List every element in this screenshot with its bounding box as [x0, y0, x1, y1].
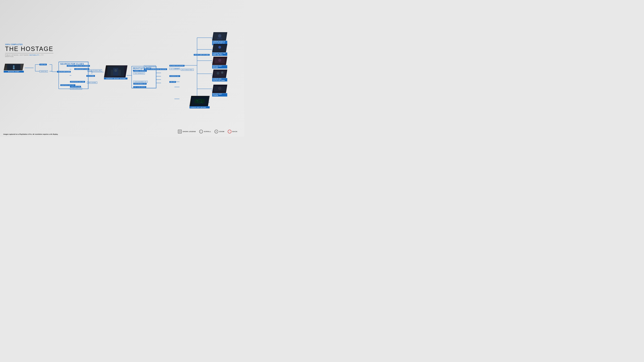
square-button-icon[interactable] — [178, 130, 182, 133]
connor-shot-deviant-label: CONNOR SHOT DEVIANT — [190, 106, 210, 108]
public-opinion-label: PUBLIC OPINION — [5, 54, 18, 56]
back-control[interactable]: ○ BACK — [228, 130, 238, 133]
r-button-icon[interactable]: R — [214, 130, 218, 133]
learn-cause-node[interactable]: LEARN CAUSE OF INCIDENT — [74, 65, 90, 67]
leave-fish-node[interactable]: LEAVE FISH — [40, 70, 48, 72]
l-button-icon[interactable]: L — [199, 130, 203, 133]
leave-wounded-node[interactable]: LEAVE WOUNDED COP — [133, 81, 148, 83]
outcome-died-dot — [211, 75, 213, 76]
disclaimer: Images captured on a PlayStation 4 Pro. … — [3, 133, 58, 135]
outcome-connor-shot-deviant: CONNOR SHOT DEVIANT — [190, 96, 210, 108]
svg-point-55 — [218, 46, 221, 49]
friendly-approach-node[interactable]: FRIENDLY APPROACH — [133, 70, 147, 72]
outcome-snipers-shot: SNIPERS SHOT DEVIANT — [212, 57, 227, 68]
deviant-jumps-node[interactable]: DEVIANT JUMPS WITH EMMA — [194, 54, 210, 56]
mission-start-image — [4, 64, 24, 70]
circle-button-icon[interactable]: ○ — [228, 130, 232, 133]
outcome-leapt-label: CONNOR LEAPT FOR EMMA AND FELL — [212, 52, 227, 56]
svg-rect-72 — [179, 131, 180, 132]
scroll-control[interactable]: L SCROLL — [199, 130, 211, 133]
show-legend-control[interactable]: SHOW LEGEND — [178, 130, 196, 133]
svg-point-70 — [198, 99, 202, 103]
go-outside-node[interactable]: GO OUTSIDE — [86, 75, 95, 77]
fail-negotiate-node[interactable]: FAIL TO NEGOTIATE — [144, 65, 156, 67]
show-legend-label: SHOW LEGEND — [183, 131, 196, 132]
outcome-deviant-shot-label: DEVIANT SHOT CONNOR — [212, 93, 227, 96]
svg-point-48 — [114, 69, 117, 72]
be-honest-deviant-node[interactable]: BE HONEST WITH DEVIANT — [170, 65, 184, 66]
software-label: SOFTWARE — [20, 54, 29, 56]
svg-point-58 — [218, 59, 221, 62]
save-fish-node[interactable]: SAVE FISH — [40, 64, 47, 65]
wasted-time-node[interactable]: WASTED TOO MUCH TIME — [87, 69, 102, 71]
take-cops-gun-node[interactable]: TAKE COP'S GUN — [70, 86, 81, 87]
svg-point-61 — [217, 72, 219, 75]
outcome-died-label: CONNOR DIED PROTECTING EMMA — [212, 78, 227, 81]
refuse-disarm-node[interactable]: REFUSE TO DISARM DEVIANT HELICOPTER — [144, 68, 167, 70]
chapter-title: THE HOSTAGE — [5, 45, 53, 53]
back-label: BACK — [232, 131, 238, 132]
svg-point-51 — [218, 34, 221, 37]
instability-label: INSTABILITY — [29, 54, 40, 56]
outcome-leapt-dot — [211, 49, 213, 50]
meta-info: PUBLIC OPINION | SOFTWARE INSTABILITY | … — [5, 54, 53, 57]
lie-to-deviant-node[interactable]: LIE TO DEVIANT — [170, 68, 180, 70]
svg-point-65 — [218, 87, 221, 90]
svg-rect-60 — [214, 71, 226, 77]
investigate-gun-case-node[interactable]: INVESTIGATE GUN CASE — [70, 81, 85, 83]
outcome-connor-died: CONNOR DIED PROTECTING EMMA — [212, 69, 227, 81]
mission-start: MISSION START — [4, 64, 24, 73]
svg-point-43 — [13, 65, 14, 67]
title-area: 100% COMPLETED THE HOSTAGE PUBLIC OPINIO… — [5, 43, 53, 57]
instability-value: ??? — [41, 54, 44, 56]
cold-approach-node[interactable]: COLD APPROACH — [133, 72, 145, 74]
outcome-snipers-label: SNIPERS SHOT DEVIANT — [212, 65, 227, 68]
completed-text: COMPLETED — [10, 43, 23, 45]
outcome-deviant-shot-dot — [211, 90, 213, 91]
use-gun-node[interactable]: USE GUN — [170, 81, 176, 83]
percent-value: 100% — [5, 43, 10, 45]
svg-rect-44 — [13, 67, 14, 69]
svg-rect-52 — [217, 37, 222, 39]
get-close-node[interactable]: GET CLOSE ENOUGH — [133, 86, 146, 88]
save-wounded-node[interactable]: SAVE WOUNDED COP — [133, 83, 146, 85]
swat-injured-node[interactable]: SWAT INJURED — [87, 82, 97, 84]
confront-label: CONFRONT DEVIANT OUTSIDE — [104, 78, 128, 79]
scroll-label: SCROLL — [204, 131, 211, 132]
outcome-connor-failed: CONNOR FAILED TO REACH DEVIANT IN TIME — [212, 32, 227, 45]
fail-build-trust-node[interactable]: FAIL TO BUILD TRUST — [181, 69, 194, 71]
zoom-control[interactable]: R ZOOM — [214, 130, 224, 133]
outcome-snipers-dot — [211, 62, 213, 63]
outcome-deviant-shot-connor: DEVIANT SHOT CONNOR — [212, 85, 227, 96]
confront-deviant-scene: CONFRONT DEVIANT OUTSIDE — [104, 65, 128, 80]
sacrifice-self-node[interactable]: SACRIFICE SELF — [170, 75, 180, 77]
mission-start-label: MISSION START — [4, 71, 24, 72]
outcome-connor-leapt: CONNOR LEAPT FOR EMMA AND FELL — [212, 44, 227, 56]
bottom-controls: SHOW LEGEND L SCROLL R ZOOM ○ BACK — [178, 130, 238, 133]
completed-label: 100% COMPLETED — [5, 43, 53, 45]
public-opinion-value: SKEPTICAL — [5, 56, 14, 57]
zoom-label: ZOOM — [219, 131, 224, 132]
leave-cops-gun-node[interactable]: LEAVE COP'S GUN — [70, 88, 82, 90]
svg-point-62 — [221, 71, 224, 74]
